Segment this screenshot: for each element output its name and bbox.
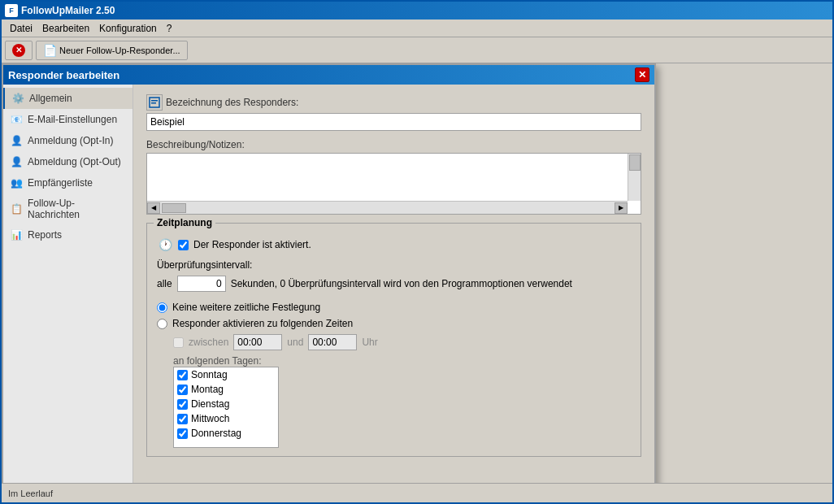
menu-help[interactable]: ? — [162, 21, 177, 36]
interval-label: Überprüfungsintervall: — [157, 259, 631, 271]
aktiviert-row: 🕐 Der Responder ist aktiviert. — [157, 237, 631, 253]
dialog-nav-optout[interactable]: 👤 Abmeldung (Opt-Out) — [3, 151, 132, 172]
alle-label: alle — [157, 278, 172, 289]
app-icon: F — [5, 4, 18, 17]
menu-datei[interactable]: Datei — [5, 21, 37, 36]
app-title: FollowUpMailer 2.50 — [21, 5, 115, 16]
time-checkbox[interactable] — [173, 337, 184, 348]
day-donnerstag-label: Donnerstag — [191, 428, 241, 439]
day-montag-checkbox[interactable] — [177, 385, 188, 395]
nachrichten-icon: 📋 — [10, 202, 23, 215]
app-toolbar: ✕ 📄 Neuer Follow-Up-Responder... — [2, 37, 832, 63]
nav-empfaenger-label: Empfängerliste — [28, 177, 93, 189]
bezeichnung-group: Bezeichnung des Responders: — [146, 94, 641, 131]
new-responder-btn[interactable]: 📄 Neuer Follow-Up-Responder... — [36, 41, 188, 60]
day-sonntag-label: Sonntag — [191, 369, 228, 380]
hscrollbar-thumb — [162, 203, 186, 213]
dialog-nav: ⚙️ Allgemein 📧 E-Mail-Einstellungen 👤 An… — [3, 85, 133, 483]
bezeichnung-input[interactable] — [146, 113, 641, 131]
radio-keine-label: Keine weitere zeitliche Festlegung — [172, 302, 320, 313]
time-start-input[interactable] — [233, 334, 282, 350]
day-donnerstag: Donnerstag — [174, 426, 278, 441]
day-montag: Montag — [174, 382, 278, 397]
app-titlebar: F FollowUpMailer 2.50 — [2, 2, 832, 20]
dialog-close-btn[interactable]: ✕ — [635, 67, 649, 82]
days-listbox[interactable]: Sonntag Montag Dienstag — [173, 367, 279, 448]
beschreibung-textarea[interactable] — [147, 154, 628, 202]
dialog-nav-nachrichten[interactable]: 📋 Follow-Up-Nachrichten — [3, 193, 132, 224]
uhr-label: Uhr — [362, 337, 377, 348]
new-responder-icon: 📄 — [43, 44, 57, 57]
new-responder-toolbar-btn[interactable]: ✕ — [5, 41, 33, 60]
nav-nachrichten-label: Follow-Up-Nachrichten — [28, 198, 126, 220]
vscrollbar-thumb — [629, 154, 641, 171]
zwischen-label: zwischen — [189, 337, 228, 348]
radio-keine-row: Keine weitere zeitliche Festlegung — [157, 302, 631, 313]
dialog-nav-empfaenger[interactable]: 👥 Empfängerliste — [3, 172, 132, 193]
day-mittwoch-label: Mittwoch — [191, 413, 229, 424]
app-menubar: Datei Bearbeiten Konfiguration ? — [2, 20, 832, 37]
day-dienstag-checkbox[interactable] — [177, 399, 188, 410]
status-label: Im Leerlauf — [8, 489, 53, 498]
bezeichnung-label: Bezeichnung des Responders: — [166, 97, 298, 108]
empfaenger-icon: 👥 — [10, 176, 23, 189]
beschreibung-group: Beschreibung/Notizen: ◀ ▶ — [146, 139, 641, 215]
allgemein-icon: ⚙️ — [11, 92, 24, 105]
nav-email-label: E-Mail-Einstellungen — [28, 114, 117, 125]
textarea-vscrollbar[interactable] — [628, 154, 641, 201]
aktiviert-checkbox[interactable] — [178, 240, 189, 250]
dialog-body: ⚙️ Allgemein 📧 E-Mail-Einstellungen 👤 An… — [3, 85, 654, 483]
remove-icon: ✕ — [12, 44, 25, 57]
nav-optout-label: Abmeldung (Opt-Out) — [28, 156, 121, 167]
radio-aktivieren[interactable] — [157, 319, 167, 329]
optout-icon: 👤 — [10, 155, 23, 168]
menu-konfiguration[interactable]: Konfiguration — [94, 21, 162, 36]
day-sonntag: Sonntag — [174, 367, 278, 382]
nav-allgemein-label: Allgemein — [29, 93, 72, 104]
sekunden-label: Sekunden, 0 Überprüfungsintervall wird v… — [231, 278, 572, 289]
zeitplanung-legend: Zeitplanung — [154, 217, 215, 228]
interval-row: alle Sekunden, 0 Überprüfungsintervall w… — [157, 276, 631, 292]
beschreibung-label: Beschreibung/Notizen: — [146, 139, 641, 150]
und-label: und — [287, 337, 303, 348]
dialog-nav-reports[interactable]: 📊 Reports — [3, 224, 132, 245]
radio-section: Keine weitere zeitliche Festlegung Respo… — [157, 302, 631, 448]
beschreibung-textarea-wrapper: ◀ ▶ — [146, 153, 641, 215]
radio-aktivieren-label: Responder aktivieren zu folgenden Zeiten — [172, 318, 353, 329]
status-bar: Im Leerlauf — [2, 483, 832, 502]
optin-icon: 👤 — [10, 134, 23, 147]
reports-icon: 📊 — [10, 228, 23, 241]
textarea-hscrollbar[interactable]: ◀ ▶ — [147, 201, 628, 214]
hscrollbar-left-btn[interactable]: ◀ — [147, 202, 160, 214]
time-range-row: zwischen und Uhr — [173, 334, 631, 350]
nav-optin-label: Anmeldung (Opt-In) — [28, 135, 113, 146]
interval-input[interactable] — [177, 276, 226, 292]
svg-rect-2 — [151, 102, 156, 104]
day-dienstag: Dienstag — [174, 397, 278, 411]
time-end-input[interactable] — [308, 334, 357, 350]
day-mittwoch: Mittwoch — [174, 411, 278, 426]
dialog-nav-optin[interactable]: 👤 Anmeldung (Opt-In) — [3, 130, 132, 151]
radio-aktivieren-row: Responder aktivieren zu folgenden Zeiten — [157, 318, 631, 329]
svg-rect-1 — [151, 100, 158, 102]
clock-icon: 🕐 — [157, 237, 173, 253]
zeitplanung-fieldset: Zeitplanung 🕐 Der Responder ist aktivier… — [146, 223, 641, 457]
dialog-nav-allgemein[interactable]: ⚙️ Allgemein — [3, 88, 132, 109]
interval-section: Überprüfungsintervall: alle Sekunden, 0 … — [157, 259, 631, 292]
aktiviert-label: Der Responder ist aktiviert. — [193, 239, 311, 250]
hscrollbar-right-btn[interactable]: ▶ — [615, 202, 628, 214]
day-sonntag-checkbox[interactable] — [177, 370, 188, 380]
radio-keine[interactable] — [157, 302, 167, 313]
dialog-title: Responder bearbeiten — [8, 69, 119, 81]
dialog-content: Bezeichnung des Responders: Beschreibung… — [133, 85, 654, 483]
menu-bearbeiten[interactable]: Bearbeiten — [37, 21, 94, 36]
day-mittwoch-checkbox[interactable] — [177, 414, 188, 424]
new-responder-label: Neuer Follow-Up-Responder... — [59, 46, 180, 55]
day-dienstag-label: Dienstag — [191, 398, 229, 410]
day-donnerstag-checkbox[interactable] — [177, 428, 188, 439]
nav-reports-label: Reports — [28, 229, 62, 241]
email-icon: 📧 — [10, 113, 23, 126]
dialog-nav-email[interactable]: 📧 E-Mail-Einstellungen — [3, 109, 132, 130]
day-montag-label: Montag — [191, 384, 224, 395]
bezeichnung-icon — [146, 94, 163, 111]
